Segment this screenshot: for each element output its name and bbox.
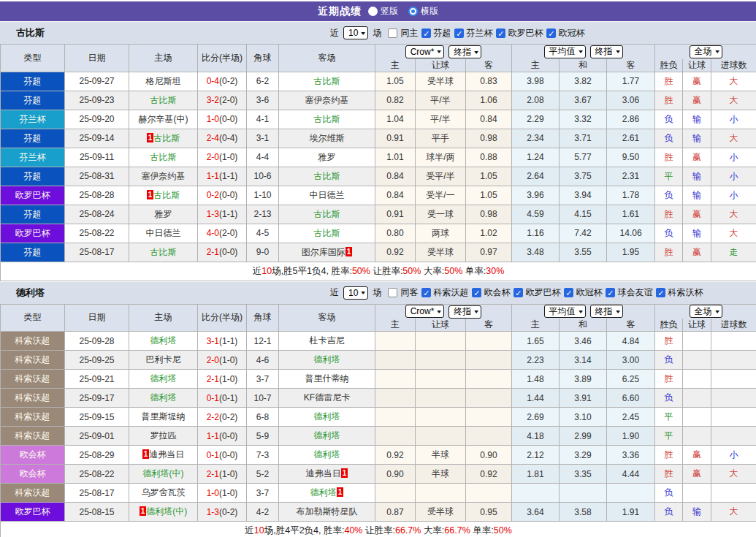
rounds-select[interactable]: 10▾ <box>343 286 368 300</box>
asia-home-odds: 0.91 <box>375 205 416 224</box>
result-verdict: 胜 <box>655 243 683 262</box>
scope-select[interactable]: 全场▾ <box>690 45 722 58</box>
odds-time-select[interactable]: 终指▾ <box>448 45 481 58</box>
asia-home-odds: 0.92 <box>375 446 416 465</box>
avg-source-select[interactable]: 平均值▾ <box>544 45 586 58</box>
column-header-日期: 日期 <box>65 304 129 332</box>
score-cell: 0-1(0-0) <box>198 446 247 465</box>
team-name: 德利塔 <box>0 286 45 300</box>
scope-select[interactable]: 全场▾ <box>690 305 722 318</box>
asia-handicap: 平/半 <box>416 110 466 129</box>
home-cell: 乌罗舍瓦茨 <box>129 484 198 503</box>
odds-source-select[interactable]: Crow*▾ <box>405 305 445 318</box>
avg-time-select[interactable]: 终指▾ <box>590 305 623 318</box>
away-cell: 德利塔 <box>279 446 375 465</box>
same-venue-checkbox[interactable] <box>388 288 397 297</box>
column-header-角球: 角球 <box>247 304 279 332</box>
full-score: 1-3 <box>207 209 219 219</box>
subcolumn-header: 让球 <box>683 319 711 332</box>
subcolumn-header: 客 <box>607 319 655 332</box>
half-score: (0-0) <box>219 450 237 460</box>
summary-row: 近10场,胜5平1负4, 胜率:50% 让胜率:50% 大率:50% 单率:30… <box>1 262 756 281</box>
summary-cell: 近10场,胜4平2负4, 胜率:40% 让胜率:66.7% 大率:66.7% 单… <box>1 522 756 537</box>
radio-button-icon[interactable] <box>368 7 378 16</box>
odds-time-select-value: 终指 <box>454 46 471 58</box>
radio-button-icon[interactable] <box>408 7 418 16</box>
result-verdict: 胜 <box>655 148 683 167</box>
goals-verdict <box>711 332 756 351</box>
match-row: 科索沃超25-09-25巴利卡尼2-0(1-0)4-6德利塔2.233.143.… <box>1 351 756 370</box>
asia-home-odds: 0.92 <box>375 243 416 262</box>
avg-home-odds: 1.24 <box>512 148 560 167</box>
half-score: (0-0) <box>219 190 237 200</box>
half-score: (2-0) <box>219 95 237 105</box>
chevron-down-icon: ▾ <box>715 308 719 315</box>
league-checkbox-3[interactable]: ✓ <box>564 288 573 297</box>
full-score: 2-1 <box>207 247 219 257</box>
league-checkbox-0[interactable]: ✓ <box>421 288 431 297</box>
same-venue-checkbox[interactable] <box>388 28 397 38</box>
asia-home-odds <box>375 427 416 446</box>
away-cell: 德利塔 <box>279 427 375 446</box>
home-team: 巴利卡尼 <box>146 354 181 365</box>
league-checkbox-3[interactable]: ✓ <box>546 28 556 38</box>
goals-verdict: 大 <box>711 503 756 522</box>
subcolumn-header: 让球 <box>416 319 466 332</box>
odds-source-select[interactable]: Crow*▾ <box>405 45 445 58</box>
results-table: 类型日期主场比分(半场)角球客场Crow*▾终指▾平均值▾终指▾全场▾主让球客主… <box>0 304 756 537</box>
result-verdict: 胜 <box>655 72 683 91</box>
header-dropdown-row: 类型日期主场比分(半场)角球客场Crow*▾终指▾平均值▾终指▾全场▾ <box>1 304 756 319</box>
asia-away-odds: 0.97 <box>466 243 512 262</box>
match-row: 芬超25-08-24雅罗1-3(1-1)2-13古比斯0.91受一球0.984.… <box>1 205 756 224</box>
sections-container: 古比斯近10▾场同主✓芬超✓芬兰杯✓欧罗巴杯✓欧冠杯类型日期主场比分(半场)角球… <box>0 21 756 537</box>
avg-away-odds: 6.25 <box>607 370 655 389</box>
league-checkbox-5[interactable]: ✓ <box>656 288 665 297</box>
away-team: 中日德兰 <box>310 190 345 200</box>
date-cell: 25-09-23 <box>65 91 129 110</box>
subcolumn-header: 让球 <box>416 59 466 72</box>
league-checkbox-4[interactable]: ✓ <box>606 288 615 297</box>
summary-segment: 50% <box>444 266 462 276</box>
asia-handicap: 受半球 <box>416 503 466 522</box>
avg-source-select[interactable]: 平均值▾ <box>544 305 586 318</box>
summary-segment: 单率: <box>470 525 494 536</box>
summary-segment: 大率: <box>421 266 444 276</box>
avg-away-odds: 2.31 <box>607 167 655 186</box>
league-checkbox-0[interactable]: ✓ <box>421 28 431 38</box>
avg-draw-odds: 3.91 <box>560 389 607 408</box>
match-row: 科索沃超25-09-21德利塔2-1(1-0)3-7普里什蒂纳1.483.896… <box>1 370 756 389</box>
asia-handicap: 半球 <box>416 446 466 465</box>
away-cell: 普里什蒂纳 <box>279 370 375 389</box>
avg-draw-odds: 3.14 <box>560 351 607 370</box>
league-checkbox-2[interactable]: ✓ <box>513 288 523 297</box>
home-cell: 1德利塔(中) <box>129 503 198 522</box>
corner-cell: 3-1 <box>247 129 279 148</box>
date-cell: 25-08-24 <box>65 205 129 224</box>
half-score: (0-2) <box>219 76 237 86</box>
match-row: 芬超25-09-23古比斯3-2(2-0)3-6塞伊奈约基0.82平/半1.06… <box>1 91 756 110</box>
full-score: 0-4 <box>207 76 219 86</box>
odds-source-select-value: Crow* <box>411 47 435 57</box>
score-cell: 2-2(0-2) <box>198 408 247 427</box>
goals-verdict: 大 <box>711 205 756 224</box>
score-cell: 2-0(1-0) <box>198 148 247 167</box>
odds-time-select[interactable]: 终指▾ <box>448 305 481 319</box>
league-checkbox-2[interactable]: ✓ <box>496 28 505 38</box>
rounds-select[interactable]: 10▾ <box>343 26 368 39</box>
goals-verdict: 大 <box>711 72 756 91</box>
asia-away-odds: 0.95 <box>466 503 512 522</box>
goals-verdict: 走 <box>711 243 756 262</box>
asia-away-odds: 1.02 <box>466 224 512 243</box>
league-checkbox-1[interactable]: ✓ <box>472 288 481 297</box>
asia-home-odds <box>375 408 416 427</box>
corner-cell: 3-7 <box>247 370 279 389</box>
league-cell: 科索沃超 <box>1 427 65 446</box>
league-checkbox-1[interactable]: ✓ <box>454 28 464 38</box>
column-header-主场: 主场 <box>129 45 198 72</box>
full-score: 2-0 <box>207 152 219 162</box>
summary-segment: 66.7% <box>444 525 470 536</box>
avg-away-odds: 4.44 <box>607 465 655 484</box>
away-team: 古比斯 <box>314 171 340 181</box>
avg-time-select[interactable]: 终指▾ <box>590 45 623 58</box>
goals-verdict: 大 <box>711 224 756 243</box>
